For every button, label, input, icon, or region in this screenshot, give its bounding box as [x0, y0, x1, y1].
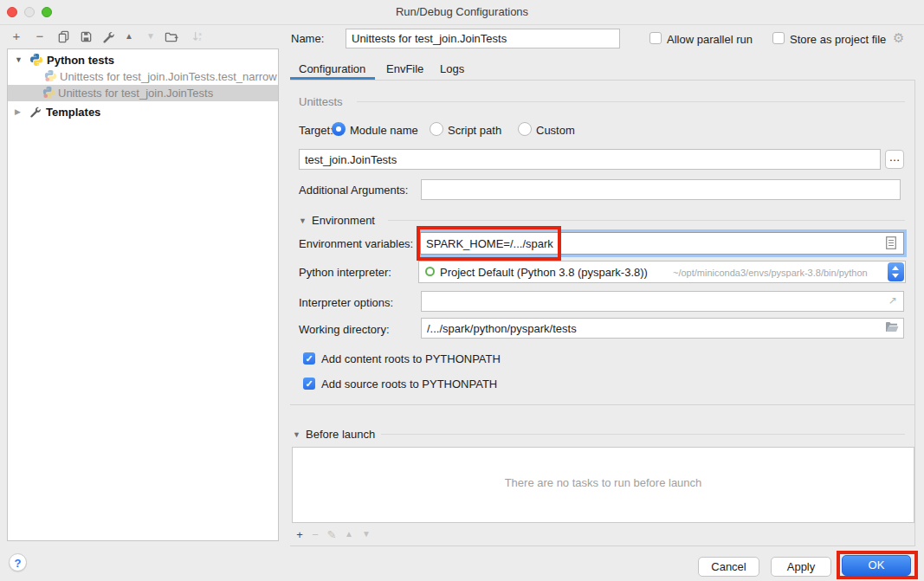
unittests-section-rule: [357, 101, 905, 102]
target-input[interactable]: [299, 149, 881, 170]
caret-right-icon[interactable]: ▶: [15, 104, 21, 120]
configuration-bottom-divider: [290, 404, 915, 405]
allow-parallel-run-checkbox[interactable]: [649, 32, 662, 44]
target-script-path-radio[interactable]: [430, 122, 443, 136]
allow-parallel-run-label: Allow parallel run: [667, 33, 753, 47]
unittests-section-label: Unittests: [299, 95, 343, 109]
environment-collapse-caret[interactable]: ▼: [299, 216, 307, 225]
before-launch-section-label: Before launch: [306, 428, 375, 442]
expand-editor-button[interactable]: ↗: [888, 294, 897, 307]
target-label: Target:: [299, 124, 333, 138]
python-interpreter-label: Python interpreter:: [299, 266, 391, 280]
add-source-roots-checkbox[interactable]: ✓: [303, 378, 315, 390]
gear-icon: ⚙: [893, 30, 904, 45]
browse-target-button[interactable]: …: [885, 150, 904, 169]
additional-arguments-input[interactable]: [421, 179, 901, 200]
environment-section-label: Environment: [312, 214, 375, 228]
interpreter-options-label: Interpreter options:: [299, 296, 393, 310]
tree-item-templates[interactable]: ▶ Templates: [8, 104, 278, 120]
caret-down-icon[interactable]: ▼: [15, 52, 23, 68]
move-task-down-button: ▼: [359, 529, 373, 539]
list-icon: [886, 236, 896, 249]
settings-pane-bottom-border: [290, 545, 915, 546]
folder-icon: [885, 321, 899, 332]
move-up-icon: ▲: [125, 29, 133, 44]
name-input[interactable]: [346, 29, 620, 48]
target-module-name-label: Module name: [350, 124, 418, 138]
browse-environment-variables-button[interactable]: [886, 236, 896, 252]
wrench-icon: [29, 106, 41, 120]
python-interpreter-select[interactable]: Project Default (Python 3.8 (pyspark-3.8…: [418, 261, 906, 283]
move-down-icon: ▼: [146, 29, 155, 44]
plus-icon: +: [296, 528, 303, 541]
target-script-path-label: Script path: [448, 124, 501, 138]
target-module-name-radio[interactable]: [332, 122, 346, 136]
add-content-roots-checkbox[interactable]: ✓: [303, 352, 315, 365]
python-test-icon: [42, 86, 55, 101]
python-icon: [29, 53, 43, 68]
store-as-project-file-checkbox[interactable]: [772, 32, 785, 44]
run-debug-configurations-dialog: Run/Debug Configurations + − ▲ ▼ az ▼ Py…: [0, 0, 924, 581]
tree-item-unittests-jointests[interactable]: Unittests for test_join.JoinTests: [8, 85, 278, 101]
add-source-roots-label: Add source roots to PYTHONPATH: [321, 378, 497, 391]
move-down-icon: ▼: [362, 529, 371, 539]
move-up-button[interactable]: ▲: [121, 29, 137, 44]
tab-logs[interactable]: Logs: [440, 61, 464, 77]
environment-variables-label: Environment variables:: [299, 237, 413, 251]
wrench-icon: [101, 30, 114, 43]
settings-pane-right-border: [914, 81, 915, 546]
help-button[interactable]: ?: [9, 553, 27, 571]
minus-icon: −: [36, 29, 44, 44]
tree-item-label: Python tests: [47, 52, 114, 68]
tab-envfile[interactable]: EnvFile: [386, 61, 423, 77]
add-content-roots-label: Add content roots to PYTHONPATH: [321, 352, 501, 366]
add-task-button[interactable]: +: [293, 528, 307, 541]
edit-templates-button[interactable]: [100, 29, 115, 44]
save-configuration-button[interactable]: [78, 29, 94, 44]
before-launch-empty-text: There are no tasks to run before launch: [293, 476, 914, 489]
check-icon: ✓: [305, 353, 313, 364]
tree-item-label: Unittests for test_join.JoinTests: [58, 85, 213, 101]
pencil-icon: ✎: [327, 528, 337, 541]
interpreter-options-input[interactable]: [421, 291, 904, 312]
window-title: Run/Debug Configurations: [0, 5, 924, 18]
python-test-icon: [44, 69, 57, 85]
ellipsis-icon: …: [889, 151, 901, 164]
edit-task-button: ✎: [325, 528, 339, 541]
save-icon: [80, 30, 93, 43]
move-up-icon: ▲: [345, 529, 353, 539]
copy-configuration-button[interactable]: [55, 29, 71, 44]
add-configuration-button[interactable]: +: [9, 29, 24, 44]
tabs-divider: [290, 80, 915, 81]
store-options-gear-button[interactable]: ⚙: [893, 31, 904, 45]
environment-variables-input[interactable]: [420, 232, 904, 255]
target-custom-label: Custom: [536, 124, 575, 138]
configurations-tree: ▼ Python tests Unittests for test_join.J…: [7, 48, 279, 541]
apply-button[interactable]: Apply: [771, 557, 831, 577]
new-folder-icon: [165, 30, 178, 43]
check-icon: ✓: [305, 378, 313, 389]
tree-item-unittests-test-narrow[interactable]: Unittests for test_join.JoinTests.test_n…: [8, 68, 278, 85]
python-interpreter-path: ~/opt/miniconda3/envs/pyspark-3.8/bin/py…: [673, 268, 868, 278]
target-custom-radio[interactable]: [518, 122, 532, 136]
select-stepper[interactable]: [888, 262, 904, 281]
create-folder-button[interactable]: [164, 29, 179, 44]
working-directory-input[interactable]: [421, 318, 904, 339]
store-as-project-file-label: Store as project file: [790, 33, 886, 47]
cancel-button[interactable]: Cancel: [698, 557, 759, 577]
conda-environment-icon: [425, 267, 435, 276]
ok-button[interactable]: OK: [842, 555, 911, 576]
before-launch-collapse-caret[interactable]: ▼: [293, 430, 300, 439]
titlebar: Run/Debug Configurations: [0, 0, 924, 25]
move-down-button: ▼: [143, 29, 158, 44]
tree-item-label: Templates: [46, 104, 100, 120]
browse-working-directory-button[interactable]: [885, 321, 899, 335]
additional-arguments-label: Additional Arguments:: [299, 184, 408, 197]
remove-configuration-button[interactable]: −: [32, 29, 48, 44]
working-directory-label: Working directory:: [299, 323, 390, 337]
svg-text:a: a: [198, 30, 202, 36]
tab-configuration[interactable]: Configuration: [299, 61, 365, 77]
environment-section-rule: [388, 220, 905, 221]
tree-item-python-tests[interactable]: ▼ Python tests: [8, 52, 278, 68]
before-launch-task-list: There are no tasks to run before launch: [292, 447, 914, 523]
